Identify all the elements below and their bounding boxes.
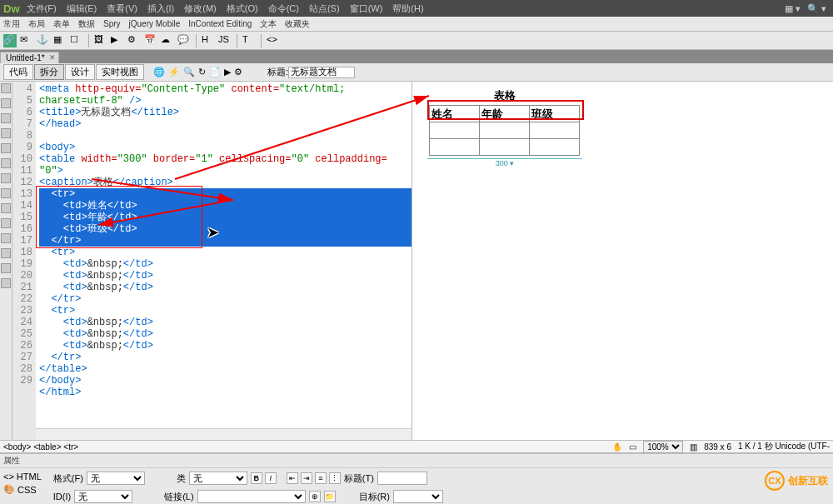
format-label: 格式(F) — [53, 472, 83, 485]
select-tool-icon[interactable]: ▭ — [629, 442, 636, 452]
menu-format[interactable]: 格式(O) — [227, 2, 258, 15]
cat-common[interactable]: 常用 — [3, 18, 20, 30]
view-code-button[interactable]: 代码 — [3, 64, 33, 80]
menu-file[interactable]: 文件(F) — [27, 2, 57, 15]
menu-commands[interactable]: 命令(C) — [268, 2, 299, 15]
templates-icon[interactable]: T — [242, 34, 256, 47]
gutter-icon[interactable] — [1, 233, 11, 243]
cat-layout[interactable]: 布局 — [28, 18, 45, 30]
cell-name[interactable]: 姓名 — [430, 106, 480, 122]
image-icon[interactable]: 🖼 — [94, 34, 107, 47]
media-icon[interactable]: ▶ — [111, 34, 124, 47]
hyperlink-icon[interactable]: 🔗 — [3, 34, 17, 47]
layout-icon[interactable]: ▦ ▾ — [785, 3, 801, 14]
search-icon[interactable]: 🔍 ▾ — [807, 3, 826, 14]
menu-view[interactable]: 查看(V) — [107, 2, 137, 15]
menu-insert[interactable]: 插入(I) — [147, 2, 174, 15]
tag-path[interactable]: <body> <table> <tr> — [3, 442, 78, 452]
cell-age[interactable]: 年龄 — [480, 106, 530, 122]
gutter-icon[interactable] — [1, 128, 11, 138]
comment-icon[interactable]: 💬 — [177, 34, 191, 47]
menu-edit[interactable]: 编辑(E) — [67, 2, 97, 15]
gutter-icon[interactable] — [1, 218, 11, 228]
watermark-text: 创新互联 — [788, 474, 828, 488]
target-label: 目标(R) — [359, 491, 390, 503]
scrollbar-horizontal[interactable] — [36, 428, 412, 440]
hand-tool-icon[interactable]: ✋ — [612, 442, 622, 452]
italic-icon[interactable]: I — [265, 472, 277, 484]
live-code-icon[interactable]: ⚡ — [168, 67, 180, 77]
insert-category-bar: 常用 布局 表单 数据 Spry jQuery Mobile InContext… — [0, 17, 833, 32]
code-editor[interactable]: <meta http-equiv="Content-Type" content=… — [36, 82, 412, 440]
title2-input[interactable] — [377, 472, 427, 485]
table-caption[interactable]: 表格 — [429, 88, 580, 103]
script-icon[interactable]: JS — [218, 34, 232, 47]
cat-data[interactable]: 数据 — [78, 18, 95, 30]
menu-help[interactable]: 帮助(H) — [392, 2, 423, 15]
div-icon[interactable]: ☐ — [70, 34, 83, 47]
table-icon[interactable]: ▦ — [53, 34, 67, 47]
view-live-button[interactable]: 实时视图 — [96, 64, 144, 80]
zoom-select[interactable]: 100% — [643, 441, 683, 453]
date-icon[interactable]: 📅 — [144, 34, 157, 47]
gutter-icon[interactable] — [1, 203, 11, 213]
close-icon[interactable]: ✕ — [49, 53, 56, 62]
cat-jquery[interactable]: jQuery Mobile — [129, 19, 181, 28]
widget-icon[interactable]: ⚙ — [127, 34, 141, 47]
cat-favorites[interactable]: 收藏夹 — [285, 18, 310, 30]
anchor-icon[interactable]: ⚓ — [37, 34, 50, 47]
html-mode-button[interactable]: <> HTML — [3, 472, 42, 482]
cat-incontext[interactable]: InContext Editing — [188, 19, 252, 28]
class-label: 类 — [177, 472, 186, 485]
css-mode-button[interactable]: 🎨 CSS — [3, 484, 42, 495]
gutter-icon[interactable] — [1, 83, 11, 93]
ul-icon[interactable]: ≡ — [315, 472, 327, 484]
browse-icon[interactable]: 📁 — [324, 491, 336, 502]
gutter-icon[interactable] — [1, 188, 11, 198]
menu-modify[interactable]: 修改(M) — [184, 2, 217, 15]
title2-label: 标题(T) — [344, 472, 374, 485]
globe-icon[interactable]: 🌐 — [153, 67, 165, 77]
title-input[interactable] — [288, 67, 355, 78]
tag-chooser-icon[interactable]: <> — [267, 34, 280, 47]
gutter-icon[interactable] — [1, 143, 11, 153]
head-icon[interactable]: H — [202, 34, 215, 47]
gutter-icon[interactable] — [1, 98, 11, 108]
cat-forms[interactable]: 表单 — [53, 18, 70, 30]
refresh-icon[interactable]: ↻ — [198, 67, 206, 77]
gutter-icon[interactable] — [1, 263, 11, 273]
view-split-button[interactable]: 拆分 — [34, 64, 64, 80]
format-select[interactable]: 无 — [87, 472, 145, 485]
cat-spry[interactable]: Spry — [103, 19, 121, 28]
link-select[interactable] — [197, 490, 306, 503]
menu-site[interactable]: 站点(S) — [309, 2, 340, 15]
bold-icon[interactable]: B — [251, 472, 262, 484]
watermark-logo: CX — [765, 471, 785, 491]
design-table[interactable]: 表格 姓名 年龄 班级 — [429, 88, 580, 156]
file-icon[interactable]: 📄 — [209, 67, 221, 77]
id-select[interactable]: 无 — [74, 490, 132, 503]
menu-window[interactable]: 窗口(W) — [350, 2, 383, 15]
nav-icon[interactable]: ▶ — [224, 67, 231, 77]
cat-text[interactable]: 文本 — [260, 18, 277, 30]
viewport-icon[interactable]: ▥ — [690, 442, 697, 452]
options-icon[interactable]: ⚙ — [234, 67, 242, 77]
indent-icon[interactable]: ⇥ — [301, 472, 312, 484]
view-design-button[interactable]: 设计 — [65, 64, 95, 80]
ol-icon[interactable]: ⋮ — [329, 472, 341, 484]
gutter-icon[interactable] — [1, 278, 11, 288]
target-select[interactable] — [393, 490, 443, 503]
document-tab[interactable]: Untitled-1* ✕ — [0, 52, 59, 63]
gutter-icon[interactable] — [1, 113, 11, 123]
inspect-icon[interactable]: 🔍 — [183, 67, 195, 77]
gutter-icon[interactable] — [1, 248, 11, 258]
point-to-file-icon[interactable]: ⊕ — [309, 491, 321, 502]
design-panel[interactable]: 表格 姓名 年龄 班级 300 ▾ — [412, 82, 833, 440]
class-select[interactable]: 无 — [189, 472, 247, 485]
cell-class[interactable]: 班级 — [530, 106, 580, 122]
email-icon[interactable]: ✉ — [20, 34, 33, 47]
server-icon[interactable]: ☁ — [161, 34, 174, 47]
outdent-icon[interactable]: ⇤ — [287, 472, 298, 484]
gutter-icon[interactable] — [1, 158, 11, 168]
gutter-icon[interactable] — [1, 173, 11, 183]
